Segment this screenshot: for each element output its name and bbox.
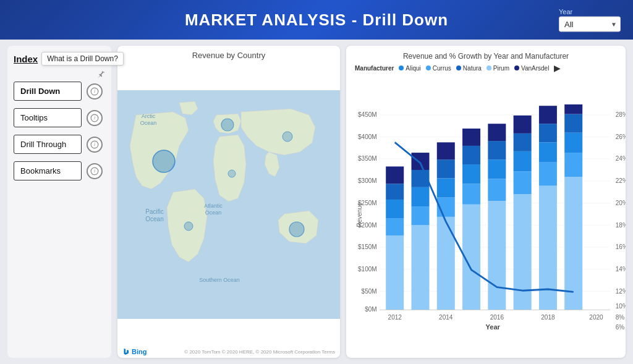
svg-rect-74 [462, 129, 480, 146]
legend-currus: Currus [426, 65, 451, 72]
svg-text:$150M: $150M [358, 243, 377, 250]
nav-item-drill-through: Drill Through i [14, 135, 105, 154]
svg-text:$50M: $50M [362, 288, 377, 295]
svg-rect-91 [564, 153, 582, 177]
svg-point-21 [228, 170, 236, 177]
map-copyright: © 2020 TomTom © 2020 HERE, © 2020 Micros… [184, 349, 335, 355]
world-map-svg: Pacific Ocean Arctic Ocean Atlantic Ocea… [117, 62, 340, 347]
legend-pirum: Pirum [486, 65, 509, 72]
pirum-dot [486, 66, 491, 70]
bar-2014[interactable] [437, 142, 455, 310]
svg-point-17 [221, 119, 234, 131]
bar-chart-svg: $450M $400M $350M $300M $250M $200M $150… [355, 77, 617, 353]
svg-text:Southern Ocean: Southern Ocean [199, 277, 240, 283]
nav-item-tooltips: Tooltips i [14, 108, 105, 127]
svg-rect-77 [488, 159, 506, 179]
bookmarks-info-icon[interactable]: i [87, 163, 103, 179]
manufacturer-label: Manufacturer [355, 65, 394, 72]
bar-2018[interactable] [539, 106, 557, 310]
svg-rect-82 [514, 151, 532, 171]
svg-text:20%: 20% [616, 200, 626, 206]
svg-rect-89 [539, 106, 557, 124]
svg-rect-84 [514, 116, 532, 133]
svg-text:Revenue: Revenue [356, 202, 363, 227]
svg-text:2020: 2020 [589, 314, 603, 321]
svg-rect-88 [539, 124, 557, 142]
svg-rect-56 [386, 218, 404, 235]
svg-rect-58 [386, 184, 404, 200]
svg-point-20 [184, 222, 193, 231]
aliqui-label: Aliqui [406, 65, 420, 72]
legend-arrow[interactable]: ▶ [554, 63, 561, 73]
svg-rect-93 [564, 114, 582, 133]
svg-point-18 [283, 132, 292, 142]
map-container[interactable]: Pacific Ocean Arctic Ocean Atlantic Ocea… [117, 62, 340, 347]
svg-rect-60 [411, 225, 429, 310]
svg-rect-73 [462, 146, 480, 164]
tooltips-button[interactable]: Tooltips [14, 108, 82, 127]
index-label: Index [14, 54, 38, 64]
bar-2012[interactable] [386, 166, 404, 310]
aliqui-dot [399, 66, 404, 70]
svg-rect-79 [488, 124, 506, 141]
year-label: Year [559, 8, 572, 15]
svg-text:$450M: $450M [358, 111, 377, 118]
svg-rect-65 [437, 217, 455, 310]
natura-label: Natura [463, 65, 482, 72]
svg-rect-57 [386, 200, 404, 218]
currus-label: Currus [433, 65, 451, 72]
svg-rect-72 [462, 164, 480, 184]
bing-logo: Bing [122, 348, 147, 355]
legend-natura: Natura [456, 65, 482, 72]
svg-rect-69 [437, 142, 455, 159]
bar-2017[interactable] [514, 116, 532, 310]
svg-text:i: i [94, 142, 95, 147]
sidebar: Index What is a Drill Down? Drill Down i… [7, 46, 111, 358]
svg-rect-86 [539, 163, 557, 186]
svg-point-16 [153, 150, 175, 172]
svg-text:i: i [94, 115, 95, 121]
svg-rect-78 [488, 141, 506, 159]
svg-rect-67 [437, 178, 455, 197]
main-content: Index What is a Drill Down? Drill Down i… [0, 40, 633, 364]
year-select[interactable]: All 2012 2013 2014 2015 2016 2017 2018 2… [559, 17, 621, 32]
currus-dot [426, 66, 431, 70]
svg-text:22%: 22% [616, 177, 626, 184]
vanarsdel-label: VanArsdel [521, 65, 549, 72]
page-title: MARKET ANALYSIS - Drill Down [185, 11, 448, 30]
drill-through-info-icon[interactable]: i [87, 137, 103, 153]
svg-text:14%: 14% [616, 266, 626, 273]
bar-2019[interactable] [564, 104, 582, 310]
drill-down-info-icon[interactable]: i [87, 83, 103, 99]
svg-rect-59 [386, 166, 404, 184]
svg-text:8%: 8% [616, 314, 625, 321]
pin-icon [14, 70, 105, 79]
svg-text:$400M: $400M [358, 133, 377, 140]
svg-text:2016: 2016 [490, 314, 504, 321]
svg-text:Ocean: Ocean [205, 210, 222, 216]
year-control: Year All 2012 2013 2014 2015 2016 2017 2… [559, 8, 621, 32]
header: MARKET ANALYSIS - Drill Down Year All 20… [0, 0, 633, 40]
bookmarks-button[interactable]: Bookmarks [14, 161, 82, 180]
svg-text:24%: 24% [616, 155, 626, 162]
svg-text:i: i [94, 168, 95, 174]
svg-text:Ocean: Ocean [145, 216, 163, 222]
svg-rect-68 [437, 159, 455, 178]
svg-text:2018: 2018 [541, 314, 555, 321]
svg-text:2014: 2014 [439, 314, 453, 321]
year-select-wrapper: All 2012 2013 2014 2015 2016 2017 2018 2… [559, 17, 621, 32]
svg-text:26%: 26% [616, 133, 626, 140]
tooltips-info-icon[interactable]: i [87, 110, 103, 126]
svg-rect-94 [564, 104, 582, 114]
chart-area: $450M $400M $350M $300M $250M $200M $150… [355, 77, 617, 353]
bar-2015[interactable] [462, 129, 480, 310]
legend-aliqui: Aliqui [399, 65, 420, 72]
nav-item-drill-down: Drill Down i [14, 82, 105, 101]
drill-through-button[interactable]: Drill Through [14, 135, 82, 154]
svg-text:$350M: $350M [358, 155, 377, 162]
svg-rect-61 [411, 206, 429, 225]
svg-point-19 [289, 222, 304, 237]
drill-down-button[interactable]: Drill Down [14, 82, 82, 101]
map-panel: Revenue by Country [117, 46, 340, 358]
svg-text:12%: 12% [616, 288, 626, 295]
